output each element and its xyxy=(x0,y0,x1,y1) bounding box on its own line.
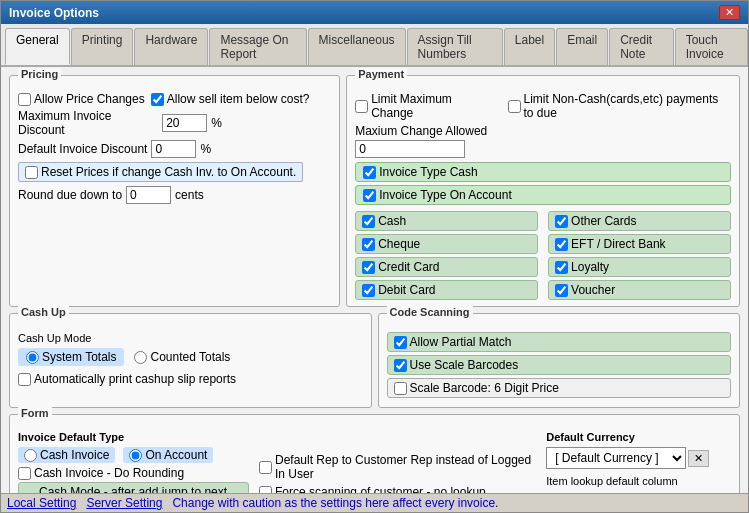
payment-cash-label: Cash xyxy=(378,214,406,228)
allow-partial-checkbox[interactable] xyxy=(394,336,407,349)
auto-print-row: Automatically print cashup slip reports xyxy=(18,372,363,386)
default-currency-select[interactable]: [ Default Currency ] xyxy=(546,447,686,469)
limit-max-change-checkbox[interactable] xyxy=(355,100,368,113)
reset-prices-checkbox[interactable] xyxy=(25,166,38,179)
cash-mode-row: Cash Mode - after add jump to next line xyxy=(18,482,249,493)
tab-email[interactable]: Email xyxy=(556,28,608,65)
cash-invoice-rounding-label: Cash Invoice - Do Rounding xyxy=(34,466,184,480)
max-invoice-discount-row: Maximum Invoice Discount % xyxy=(18,109,331,137)
payment-debit-card-checkbox[interactable] xyxy=(362,284,375,297)
form-col-currency: Default Currency [ Default Currency ] ✕ … xyxy=(546,431,731,493)
system-totals-radio[interactable] xyxy=(26,351,39,364)
percent-symbol1: % xyxy=(211,116,331,130)
use-scale-label: Use Scale Barcodes xyxy=(410,358,519,372)
use-scale-checkbox[interactable] xyxy=(394,359,407,372)
tab-miscellaneous[interactable]: Miscellaneous xyxy=(308,28,406,65)
tab-general[interactable]: General xyxy=(5,28,70,65)
payment-other-cards-checkbox[interactable] xyxy=(555,215,568,228)
allow-price-changes-checkbox[interactable] xyxy=(18,93,31,106)
scanning-title: Code Scanning xyxy=(387,306,473,318)
payment-cheque-checkbox[interactable] xyxy=(362,238,375,251)
tab-credit-note[interactable]: Credit Note xyxy=(609,28,673,65)
payment-loyalty-checkbox[interactable] xyxy=(555,261,568,274)
force-scanning-checkbox[interactable] xyxy=(259,486,272,494)
cash-mode-checkbox[interactable] xyxy=(23,493,36,494)
currency-select-row: [ Default Currency ] ✕ xyxy=(546,447,731,469)
counted-totals-label: Counted Totals xyxy=(150,350,230,364)
tab-printing[interactable]: Printing xyxy=(71,28,134,65)
round-due-input[interactable] xyxy=(126,186,171,204)
payment-eft-label: EFT / Direct Bank xyxy=(571,237,665,251)
allow-price-changes-label[interactable]: Allow Price Changes xyxy=(18,92,145,106)
server-setting-link[interactable]: Server Setting xyxy=(86,496,162,510)
cashup-title: Cash Up xyxy=(18,306,69,318)
payment-voucher: Voucher xyxy=(548,280,731,300)
counted-totals-radio[interactable] xyxy=(134,351,147,364)
local-setting-link[interactable]: Local Setting xyxy=(7,496,76,510)
form-col-rep: Default Rep to Customer Rep instead of L… xyxy=(259,431,536,493)
use-scale-row: Use Scale Barcodes xyxy=(387,355,732,375)
limit-noncash-label[interactable]: Limit Non-Cash(cards,etc) payments to du… xyxy=(508,92,732,120)
status-bar: Local Setting Server Setting Change with… xyxy=(1,493,748,512)
payment-section: Payment Limit Maximum Change Limit Non-C… xyxy=(346,75,740,307)
currency-clear-button[interactable]: ✕ xyxy=(688,450,709,467)
auto-print-checkbox[interactable] xyxy=(18,373,31,386)
limit-max-change-label[interactable]: Limit Maximum Change xyxy=(355,92,483,120)
pricing-checkboxes-row: Allow Price Changes Allow sell item belo… xyxy=(18,92,331,106)
payment-eft: EFT / Direct Bank xyxy=(548,234,731,254)
cash-mode-label: Cash Mode - after add jump to next line xyxy=(39,485,244,493)
invoice-options-window: Invoice Options ✕ General Printing Hardw… xyxy=(0,0,749,513)
limit-noncash-text: Limit Non-Cash(cards,etc) payments to du… xyxy=(524,92,732,120)
payment-loyalty-label: Loyalty xyxy=(571,260,609,274)
inv-type-radios: Cash Invoice On Account xyxy=(18,447,249,463)
payment-credit-card-checkbox[interactable] xyxy=(362,261,375,274)
scale-barcode-checkbox[interactable] xyxy=(394,382,407,395)
round-due-label: Round due down to xyxy=(18,188,122,202)
allow-partial-label: Allow Partial Match xyxy=(410,335,512,349)
default-rep-checkbox[interactable] xyxy=(259,461,272,474)
form-title: Form xyxy=(18,407,52,419)
on-account-radio[interactable] xyxy=(129,449,142,462)
pricing-section: Pricing Allow Price Changes Allow sell i… xyxy=(9,75,340,307)
maxchange-allowed-input[interactable] xyxy=(355,140,465,158)
max-invoice-discount-input[interactable] xyxy=(162,114,207,132)
pricing-title: Pricing xyxy=(18,68,61,80)
limit-noncash-checkbox[interactable] xyxy=(508,100,521,113)
payment-title: Payment xyxy=(355,68,407,80)
tab-hardware[interactable]: Hardware xyxy=(134,28,208,65)
system-totals-option: System Totals xyxy=(18,348,124,366)
tab-label[interactable]: Label xyxy=(504,28,555,65)
tab-message-on-report[interactable]: Message On Report xyxy=(209,28,306,65)
payment-eft-checkbox[interactable] xyxy=(555,238,568,251)
reset-prices-text: Reset Prices if change Cash Inv. to On A… xyxy=(41,165,296,179)
close-button[interactable]: ✕ xyxy=(719,5,740,20)
invoice-type-cash-checkbox[interactable] xyxy=(363,166,376,179)
payment-voucher-checkbox[interactable] xyxy=(555,284,568,297)
invoice-type-onaccount-label: Invoice Type On Account xyxy=(379,188,512,202)
cash-invoice-label: Cash Invoice xyxy=(40,448,109,462)
default-rep-row: Default Rep to Customer Rep instead of L… xyxy=(259,453,536,481)
force-scanning-label: Force scanning of customer - no lookup xyxy=(275,485,486,493)
middle-sections: Cash Up Cash Up Mode System Totals Count… xyxy=(9,313,740,408)
cashup-section: Cash Up Cash Up Mode System Totals Count… xyxy=(9,313,372,408)
allow-partial-row: Allow Partial Match xyxy=(387,332,732,352)
reset-prices-label[interactable]: Reset Prices if change Cash Inv. to On A… xyxy=(18,162,303,182)
invoice-type-onaccount-checkbox[interactable] xyxy=(363,189,376,202)
cash-invoice-radio[interactable] xyxy=(24,449,37,462)
tab-touch-invoice[interactable]: Touch Invoice xyxy=(675,28,748,65)
allow-sell-below-checkbox[interactable] xyxy=(151,93,164,106)
cash-invoice-rounding-checkbox[interactable] xyxy=(18,467,31,480)
percent-symbol2: % xyxy=(200,142,320,156)
payment-debit-card-label: Debit Card xyxy=(378,283,435,297)
top-sections: Pricing Allow Price Changes Allow sell i… xyxy=(9,75,740,307)
payment-voucher-label: Voucher xyxy=(571,283,615,297)
payment-other-cards-label: Other Cards xyxy=(571,214,636,228)
tab-assign-till-numbers[interactable]: Assign Till Numbers xyxy=(407,28,503,65)
default-currency-title: Default Currency xyxy=(546,431,731,443)
payment-cash-checkbox[interactable] xyxy=(362,215,375,228)
main-content: Pricing Allow Price Changes Allow sell i… xyxy=(1,67,748,493)
invoice-type-cash-row: Invoice Type Cash xyxy=(355,162,731,182)
default-invoice-discount-input[interactable] xyxy=(151,140,196,158)
payment-loyalty: Loyalty xyxy=(548,257,731,277)
allow-sell-below-label[interactable]: Allow sell item below cost? xyxy=(151,92,310,106)
